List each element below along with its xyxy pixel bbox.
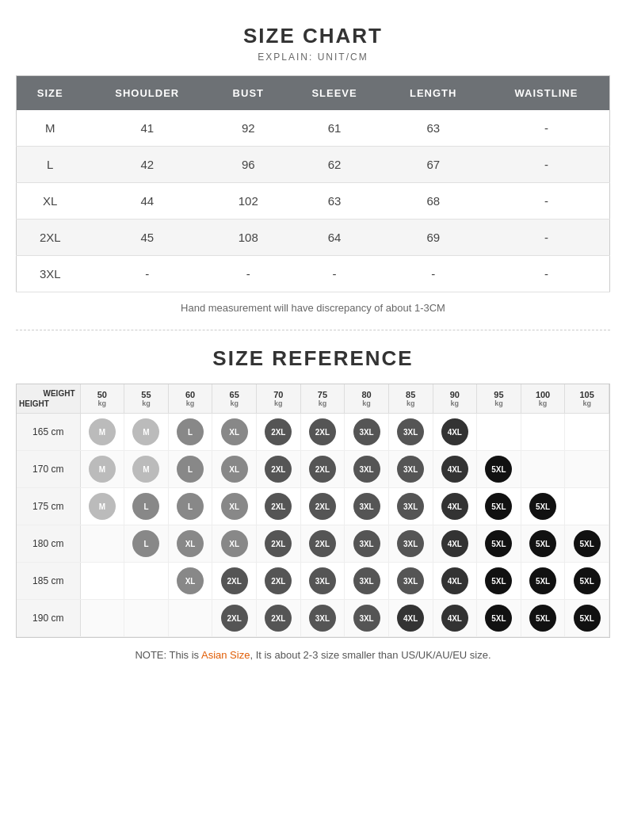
col-size: SIZE [17,76,84,111]
size-circle: 3XL [309,567,336,594]
size-cell: L [124,488,169,525]
size-circle: 4XL [397,605,424,632]
size-circle: 2XL [265,567,292,594]
size-cell: 3XL [345,563,389,600]
table-cell: 41 [83,110,211,147]
size-circle: 3XL [309,605,336,632]
table-row: XL441026368- [17,183,610,220]
size-circle: L [132,493,159,520]
col-105kg: 105kg [565,384,609,414]
size-circle: M [132,418,159,445]
size-circle: 2XL [265,456,292,483]
size-circle: 5XL [485,605,512,632]
size-circle: 3XL [353,456,380,483]
size-circle: 4XL [441,493,468,520]
table-cell: 63 [286,183,384,220]
height-cell: 185 cm [17,563,80,600]
size-cell: 3XL [388,451,433,488]
size-cell [124,563,169,600]
size-cell: 3XL [345,600,389,637]
size-cell [124,600,169,637]
size-cell: L [168,488,212,525]
size-circle: 3XL [353,493,380,520]
size-circle: 2XL [309,456,336,483]
size-cell: 2XL [257,451,301,488]
size-cell: 3XL [345,525,389,563]
corner-header: WEIGHT HEIGHT [17,384,80,414]
size-cell: 3XL [345,414,389,451]
size-cell: 4XL [433,414,477,451]
table-row: 170 cmMMLXL2XL2XL3XL3XL4XL5XL [17,451,609,488]
size-circle: L [132,530,159,557]
col-55kg: 55kg [124,384,169,414]
height-cell: 170 cm [17,451,80,488]
size-cell: 5XL [521,563,565,600]
col-85kg: 85kg [388,384,433,414]
size-cell: XL [168,525,212,563]
size-chart-table: SIZE SHOULDER BUST SLEEVE LENGTH WAISTLI… [16,75,610,292]
table-cell: - [384,256,483,292]
size-cell: XL [212,451,257,488]
size-cell: 5XL [565,525,609,563]
size-cell: 5XL [565,563,609,600]
table-cell: 64 [286,220,384,256]
size-circle: 4XL [441,567,468,594]
height-cell: 165 cm [17,414,80,451]
table-cell: - [483,147,610,183]
height-cell: 190 cm [17,600,80,637]
size-cell: 4XL [388,600,433,637]
size-cell: 5XL [521,600,565,637]
size-circle: 3XL [353,418,380,445]
size-circle: 3XL [397,530,424,557]
size-cell: 3XL [388,488,433,525]
size-circle: 5XL [529,493,556,520]
size-cell: L [168,414,212,451]
height-cell: 175 cm [17,488,80,525]
size-cell: 5XL [521,488,565,525]
size-cell: M [80,488,124,525]
size-cell: 2XL [257,414,301,451]
table-cell: 108 [211,220,285,256]
size-cell: 2XL [257,525,301,563]
table-cell: M [17,110,84,147]
size-cell: 3XL [388,414,433,451]
size-circle: M [132,456,159,483]
col-65kg: 65kg [212,384,257,414]
table-row: 185 cmXL2XL2XL3XL3XL3XL4XL5XL5XL5XL [17,563,609,600]
asian-size-note: NOTE: This is Asian Size, It is about 2-… [16,649,610,661]
size-circle: 3XL [397,567,424,594]
table-cell: 69 [384,220,483,256]
size-cell [80,563,124,600]
note-suffix: , It is about 2-3 size smaller than US/U… [250,649,490,661]
col-100kg: 100kg [521,384,565,414]
size-cell: 3XL [300,600,345,637]
col-length: LENGTH [384,76,483,111]
size-circle: XL [221,530,248,557]
table-cell: 102 [211,183,285,220]
col-70kg: 70kg [257,384,301,414]
size-cell [80,600,124,637]
size-cell: 2XL [300,414,345,451]
size-circle: 3XL [353,605,380,632]
table-cell: - [483,220,610,256]
measurement-note: Hand measurement will have discrepancy o… [16,302,610,314]
size-circle: 4XL [441,605,468,632]
size-circle: XL [221,456,248,483]
size-cell: 2XL [257,600,301,637]
size-cell: M [124,414,169,451]
table-row: L42966267- [17,147,610,183]
size-circle: 2XL [221,567,248,594]
table-cell: - [211,256,285,292]
size-cell: XL [212,488,257,525]
size-cell: 3XL [345,451,389,488]
size-cell: 2XL [257,563,301,600]
height-label: HEIGHT [19,399,75,408]
col-bust: BUST [211,76,285,111]
size-chart-explain: EXPLAIN: UNIT/CM [16,52,610,63]
col-60kg: 60kg [168,384,212,414]
table-row: 165 cmMMLXL2XL2XL3XL3XL4XL [17,414,609,451]
size-circle: 3XL [353,530,380,557]
size-circle: 5XL [485,567,512,594]
size-cell: M [80,414,124,451]
size-cell: 4XL [433,488,477,525]
